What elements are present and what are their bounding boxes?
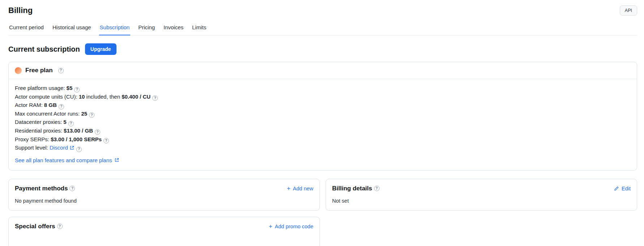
feature-text: $5 (67, 85, 73, 91)
discord-link[interactable]: Discord (50, 144, 68, 151)
help-icon[interactable]: ? (57, 224, 63, 229)
help-icon[interactable]: ? (152, 95, 158, 101)
tab-subscription[interactable]: Subscription (99, 22, 131, 35)
plan-feature-row: Support level: Discord ? (15, 143, 631, 152)
page-header: Billing API (8, 0, 637, 16)
tab-current-period[interactable]: Current period (8, 22, 45, 35)
bottom-cards-row: Payment methods ? + Add new No payment m… (8, 179, 637, 211)
plus-icon: + (287, 185, 291, 191)
help-icon[interactable]: ? (74, 87, 80, 92)
feature-text: Actor compute units (CU): (15, 94, 79, 100)
compare-plans-label: See all plan features and compare plans (15, 157, 112, 163)
plan-feature-row: Actor RAM: 8 GB? (15, 101, 631, 109)
tab-pricing[interactable]: Pricing (137, 22, 156, 35)
feature-text: 5 (63, 119, 66, 125)
help-icon[interactable]: ? (59, 104, 64, 109)
feature-text: Actor RAM: (15, 102, 44, 108)
feature-text: 8 GB (44, 102, 57, 108)
plan-feature-row: Proxy SERPs: $3.00 / 1,000 SERPs? (15, 135, 631, 144)
feature-text: 10 (79, 94, 85, 100)
feature-text: Datacenter proxies: (15, 119, 63, 125)
plan-feature-row: Free platform usage: $5? (15, 84, 631, 92)
payment-methods-title: Payment methods (15, 185, 68, 192)
payment-methods-header: Payment methods ? + Add new (15, 185, 313, 192)
plan-card-body: Free platform usage: $5?Actor compute un… (9, 79, 637, 170)
feature-text: $3.00 / 1,000 SERPs (51, 136, 102, 142)
page-title: Billing (8, 6, 33, 15)
tab-invoices[interactable]: Invoices (163, 22, 184, 35)
tab-limits[interactable]: Limits (191, 22, 207, 35)
plan-feature-row: Max concurrent Actor runs: 25? (15, 109, 631, 118)
help-icon[interactable]: ? (103, 138, 109, 143)
plan-feature-row: Actor compute units (CU): 10 included, t… (15, 92, 631, 101)
help-icon[interactable]: ? (95, 129, 100, 135)
special-offers-title: Special offers (15, 223, 55, 230)
feature-text: Proxy SERPs: (15, 136, 51, 142)
feature-text: Free platform usage: (15, 85, 67, 91)
feature-text: Support level: (15, 144, 50, 151)
tab-historical-usage[interactable]: Historical usage (52, 22, 92, 35)
billing-details-header: Billing details ? Edit (332, 185, 631, 192)
compare-plans-link[interactable]: See all plan features and compare plans (15, 157, 119, 163)
special-offers-card: Special offers ? + Add promo code (8, 217, 320, 246)
pencil-icon (614, 186, 619, 191)
edit-button[interactable]: Edit (613, 186, 631, 191)
plan-icon (15, 67, 22, 74)
add-promo-code-button[interactable]: + Add promo code (269, 223, 313, 229)
feature-text: included, then (85, 94, 122, 100)
feature-text: Residential proxies: (15, 128, 64, 134)
plan-card-header: Free plan ? (9, 62, 637, 79)
help-icon[interactable]: ? (68, 121, 74, 126)
help-icon[interactable]: ? (374, 186, 380, 191)
billing-details-empty-text: Not set (332, 198, 631, 204)
billing-details-card: Billing details ? Edit Not set (326, 179, 637, 211)
external-link-icon (69, 145, 75, 150)
section-title: Current subscription (8, 45, 80, 53)
api-button[interactable]: API (620, 5, 637, 16)
help-icon[interactable]: ? (76, 147, 82, 152)
feature-text: 25 (81, 111, 87, 117)
plus-icon: + (269, 223, 272, 229)
add-promo-code-label: Add promo code (275, 224, 313, 229)
plan-feature-row: Datacenter proxies: 5? (15, 118, 631, 126)
help-icon[interactable]: ? (89, 112, 94, 118)
plan-features-list: Free platform usage: $5?Actor compute un… (15, 84, 631, 152)
upgrade-button[interactable]: Upgrade (85, 43, 116, 55)
tab-bar: Current periodHistorical usageSubscripti… (8, 22, 637, 35)
help-icon[interactable]: ? (69, 186, 75, 191)
edit-label: Edit (622, 186, 631, 191)
plan-feature-row: Residential proxies: $13.00 / GB? (15, 126, 631, 135)
plan-title: Free plan (25, 67, 53, 74)
current-subscription-section: Current subscription Upgrade (8, 43, 637, 55)
payment-methods-card: Payment methods ? + Add new No payment m… (8, 179, 320, 211)
feature-text: $13.00 / GB (64, 128, 93, 134)
plan-card: Free plan ? Free platform usage: $5?Acto… (8, 62, 637, 171)
feature-text: Max concurrent Actor runs: (15, 111, 81, 117)
special-offers-header: Special offers ? + Add promo code (15, 223, 313, 230)
add-new-label: Add new (293, 186, 313, 191)
feature-text: $0.400 / CU (122, 94, 151, 100)
add-new-button[interactable]: + Add new (287, 185, 313, 191)
external-link-icon (114, 157, 119, 163)
help-icon[interactable]: ? (58, 68, 64, 73)
billing-details-title: Billing details (332, 185, 372, 192)
payment-methods-empty-text: No payment method found (15, 198, 313, 204)
